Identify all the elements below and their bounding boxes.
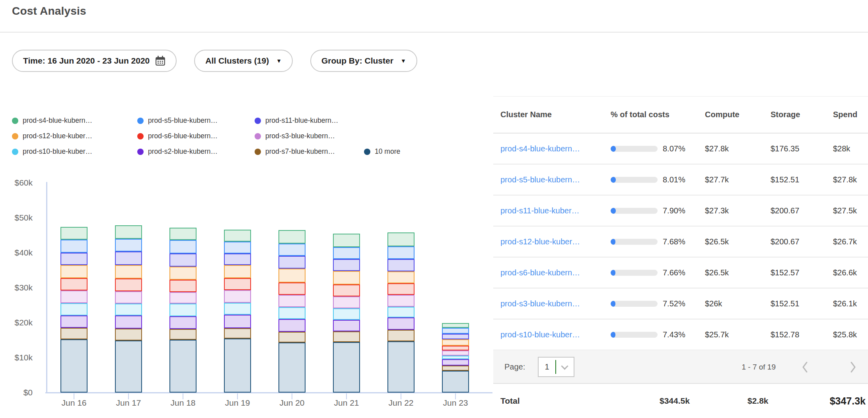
bar-segment[interactable]: [169, 280, 197, 292]
bar-segment[interactable]: [387, 271, 415, 284]
bar-segment[interactable]: [278, 269, 306, 282]
bar-segment[interactable]: [333, 308, 360, 320]
compute-value: $27.3k: [705, 206, 771, 215]
bar-segment[interactable]: [60, 265, 88, 278]
bar-segment[interactable]: [169, 228, 197, 240]
bar-segment[interactable]: [60, 240, 88, 253]
pct-of-total-cell: 7.43%: [611, 330, 705, 339]
bar-segment[interactable]: [278, 343, 306, 393]
bar-segment[interactable]: [60, 278, 88, 290]
bar-segment[interactable]: [169, 304, 197, 316]
bar-segment[interactable]: [115, 279, 142, 291]
bar-segment[interactable]: [442, 371, 469, 393]
bar-segment[interactable]: [60, 303, 88, 315]
bar-segment[interactable]: [278, 307, 306, 319]
bar-segment[interactable]: [115, 265, 142, 279]
next-page-icon[interactable]: [849, 360, 858, 374]
bar-segment[interactable]: [60, 227, 88, 240]
bar-segment[interactable]: [442, 350, 469, 356]
bar-segment[interactable]: [442, 356, 469, 360]
bar-segment[interactable]: [60, 290, 88, 303]
spend-value: $27.5k: [833, 206, 868, 215]
bar-segment[interactable]: [442, 334, 469, 339]
bar-segment[interactable]: [278, 295, 306, 308]
stacked-bar-chart: $0$10k$20k$30k$40k$50k$60kJun 16Jun 17Ju…: [0, 0, 493, 418]
bar-segment[interactable]: [442, 366, 469, 371]
bar-segment[interactable]: [333, 331, 360, 342]
bar-segment[interactable]: [387, 246, 415, 259]
bar-segment[interactable]: [333, 284, 360, 296]
bar-segment[interactable]: [387, 317, 415, 330]
bar-segment[interactable]: [224, 315, 251, 328]
cluster-name-link[interactable]: prod-s3-blue-kubern…: [500, 299, 580, 308]
cluster-name-link[interactable]: prod-s11-blue-kuber…: [500, 206, 580, 215]
bar-segment[interactable]: [224, 278, 251, 290]
cluster-name-link[interactable]: prod-s5-blue-kubern…: [500, 175, 580, 184]
cluster-name-link[interactable]: prod-s10-blue-kuber…: [500, 330, 580, 339]
bar-segment[interactable]: [442, 346, 469, 350]
bar-segment[interactable]: [333, 342, 360, 393]
y-axis-label: $30k: [5, 283, 33, 292]
bar-segment[interactable]: [224, 290, 251, 303]
compute-value: $27.8k: [705, 144, 771, 153]
bar-segment[interactable]: [224, 339, 251, 393]
bar-segment[interactable]: [169, 340, 197, 393]
table-row: prod-s10-blue-kuber…7.43%$25.7k$152.78$2…: [493, 319, 868, 350]
bar-segment[interactable]: [278, 230, 306, 244]
bar-segment[interactable]: [333, 234, 360, 247]
bar-segment[interactable]: [278, 319, 306, 332]
bar-segment[interactable]: [60, 328, 88, 339]
bar-segment[interactable]: [115, 304, 142, 316]
bar-segment[interactable]: [387, 283, 415, 295]
bar-segment[interactable]: [60, 253, 88, 265]
bar-segment[interactable]: [442, 359, 469, 366]
bar-segment[interactable]: [115, 341, 142, 393]
bar-segment[interactable]: [169, 254, 197, 267]
bar-segment[interactable]: [169, 267, 197, 280]
bar-segment[interactable]: [278, 256, 306, 269]
bar-segment[interactable]: [224, 254, 251, 265]
bar-segment[interactable]: [169, 329, 197, 340]
bar-segment[interactable]: [115, 329, 142, 341]
bar-segment[interactable]: [224, 265, 251, 278]
table-row: prod-s11-blue-kuber…7.90%$27.3k$200.67$2…: [493, 195, 868, 226]
bar-segment[interactable]: [169, 292, 197, 304]
bar-segment[interactable]: [387, 307, 415, 317]
bar-segment[interactable]: [115, 225, 142, 238]
page-select[interactable]: 1: [538, 357, 574, 377]
bar-segment[interactable]: [169, 240, 197, 253]
previous-page-icon[interactable]: [800, 360, 809, 374]
bar-segment[interactable]: [278, 283, 306, 295]
bar-segment[interactable]: [387, 341, 415, 393]
bar-segment[interactable]: [333, 320, 360, 331]
compute-value: $27.7k: [705, 175, 771, 184]
bar-segment[interactable]: [333, 271, 360, 284]
bar-segment[interactable]: [115, 291, 142, 304]
bar-segment[interactable]: [224, 230, 251, 242]
bar-segment[interactable]: [224, 303, 251, 315]
bar-segment[interactable]: [333, 247, 360, 259]
bar-segment[interactable]: [169, 316, 197, 329]
cluster-name-link[interactable]: prod-s4-blue-kubern…: [500, 144, 580, 153]
bar-segment[interactable]: [278, 244, 306, 256]
bar-segment[interactable]: [387, 295, 415, 307]
bar-segment[interactable]: [442, 339, 469, 346]
bar-segment[interactable]: [60, 339, 88, 393]
cluster-name-link[interactable]: prod-s6-blue-kubern…: [500, 268, 580, 277]
cluster-name-link[interactable]: prod-s12-blue-kuber…: [500, 237, 580, 246]
bar-segment[interactable]: [387, 259, 415, 271]
bar-segment[interactable]: [333, 296, 360, 308]
bar-segment[interactable]: [60, 315, 88, 328]
cluster-name-cell: prod-s4-blue-kubern…: [493, 144, 611, 153]
bar-segment[interactable]: [224, 328, 251, 339]
bar-segment[interactable]: [115, 239, 142, 252]
bar-segment[interactable]: [442, 323, 469, 328]
bar-segment[interactable]: [333, 259, 360, 271]
bar-segment[interactable]: [387, 232, 415, 246]
bar-segment[interactable]: [224, 242, 251, 254]
bar-segment[interactable]: [442, 328, 469, 334]
bar-segment[interactable]: [387, 330, 415, 341]
bar-segment[interactable]: [278, 332, 306, 343]
bar-segment[interactable]: [115, 315, 142, 329]
bar-segment[interactable]: [115, 252, 142, 265]
